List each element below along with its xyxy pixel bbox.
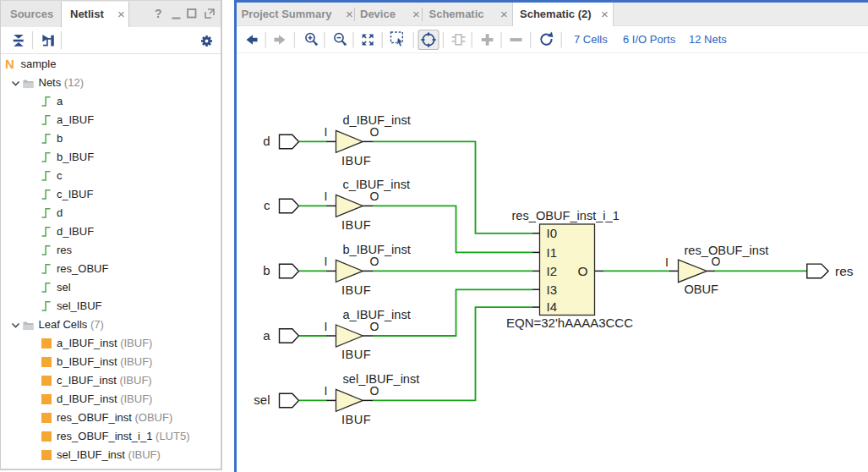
svg-text:I0: I0 — [547, 226, 558, 240]
svg-text:b_IBUF_inst: b_IBUF_inst — [343, 243, 411, 256]
svg-text:c_IBUF_inst: c_IBUF_inst — [343, 178, 410, 191]
svg-text:I: I — [325, 125, 328, 139]
svg-text:I2: I2 — [547, 264, 558, 278]
svg-text:OBUF: OBUF — [685, 283, 719, 296]
svg-text:res: res — [835, 264, 854, 278]
svg-text:IBUF: IBUF — [341, 413, 371, 426]
svg-text:sel: sel — [254, 392, 270, 407]
svg-text:I4: I4 — [547, 299, 558, 314]
svg-text:I: I — [325, 255, 328, 268]
svg-text:I: I — [325, 189, 328, 203]
svg-text:d_IBUF_inst: d_IBUF_inst — [343, 113, 411, 127]
svg-text:EQN=32'hAAAA3CCC: EQN=32'hAAAA3CCC — [506, 316, 633, 330]
svg-text:sel_IBUF_inst: sel_IBUF_inst — [343, 372, 420, 386]
svg-text:res_OBUF_inst_i_1: res_OBUF_inst_i_1 — [512, 209, 620, 222]
svg-text:O: O — [578, 264, 588, 278]
svg-text:IBUF: IBUF — [341, 154, 371, 167]
svg-text:a: a — [263, 328, 270, 343]
svg-text:I: I — [665, 255, 669, 269]
svg-text:I1: I1 — [547, 245, 558, 260]
svg-text:c: c — [264, 198, 270, 212]
svg-text:O: O — [712, 255, 721, 268]
svg-text:I3: I3 — [547, 283, 558, 297]
svg-text:IBUF: IBUF — [341, 348, 371, 361]
svg-text:res_OBUF_inst: res_OBUF_inst — [685, 244, 769, 257]
svg-text:I: I — [325, 384, 328, 398]
svg-text:I: I — [325, 320, 328, 333]
svg-text:b: b — [263, 263, 270, 277]
svg-text:IBUF: IBUF — [341, 283, 371, 297]
svg-text:IBUF: IBUF — [341, 218, 371, 232]
svg-text:a_IBUF_inst: a_IBUF_inst — [343, 308, 411, 321]
svg-text:d: d — [263, 134, 270, 148]
